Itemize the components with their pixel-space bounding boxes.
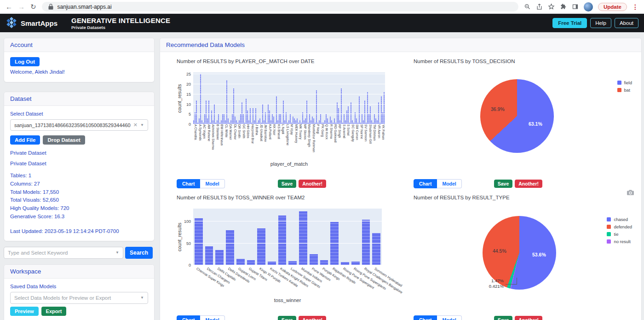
chart-toss-decision: Number of RESULTS by TOSS_DECISION 63.1%… [414,58,632,188]
dataset-select[interactable]: sanjuan_13713814866632359610500835293444… [10,119,148,131]
another-button[interactable]: Another! [299,180,326,188]
main-title: Recommended Data Models [160,38,641,52]
preview-button[interactable]: Preview [10,307,39,316]
dataset-stat: Generative Score: 16.3 [10,213,148,221]
profile-avatar[interactable] [584,2,593,12]
address-bar[interactable]: sanjuan.smart-apps.ai [42,2,518,12]
search-zoom-icon[interactable] [524,3,531,10]
x-tick-label: TM Dilshan [372,124,376,161]
x-tick-label: Harpreet Brar [250,124,254,161]
x-tick-label: CL White [224,124,228,161]
saved-data-models-label: Saved Data Models [10,284,148,289]
x-tick-label: Mustafizur Rahman [311,124,315,161]
x-tick-label: JM Bairstow [263,124,267,161]
bar [362,114,362,124]
keyword-search-input[interactable]: Type and Select Keyword ▼ [4,247,123,259]
bar [215,250,224,265]
bar [250,108,251,124]
search-button[interactable]: Search [125,247,153,259]
y-tick-label: 0 [189,122,191,127]
legend-swatch-icon [617,81,621,85]
saved-models-select[interactable]: Select Data Models for Preview or Export… [10,292,148,304]
bar [338,108,339,124]
chart-toggle-button[interactable]: Chart [177,179,200,188]
y-axis-label: count_results [177,72,183,124]
smartapps-logo-icon [6,17,17,29]
app-header: SmartApps GENERATIVE INTELLIGENCE Privat… [0,14,644,32]
another-button[interactable]: Another! [515,180,542,188]
save-button[interactable]: Save [494,316,513,320]
reload-icon[interactable]: ↻ [30,3,36,10]
share-icon[interactable] [536,3,543,10]
side-panel-icon[interactable] [572,3,579,10]
page-title: GENERATIVE INTELLIGENCE [71,17,170,24]
chevron-down-icon[interactable]: ▼ [115,250,119,255]
another-button[interactable]: Another! [515,316,542,320]
legend-swatch-icon [607,225,611,229]
export-button[interactable]: Export [41,307,67,316]
dataset-stat: Columns: 27 [10,180,148,188]
bar-chart-player-xlabels: A ChandilaA SymondsAC VogesAM RahaneAbhi… [193,124,385,161]
saved-models-placeholder: Select Data Models for Preview or Export [14,295,138,301]
bar [381,96,382,124]
bookmark-star-icon[interactable] [548,3,555,10]
help-button[interactable]: Help [590,18,611,28]
y-tick-label: 5 [189,112,191,116]
model-toggle-button[interactable]: Model [200,315,224,320]
pie-slice-label: 36.9% [491,106,505,112]
gridline [193,114,385,114]
chart-toggle-button[interactable]: Chart [177,315,200,320]
legend-item[interactable]: field [617,80,632,85]
camera-download-icon[interactable] [627,189,634,195]
bar [344,114,345,124]
bar [316,90,317,124]
private-dataset-link[interactable]: Private Dataset [10,150,148,156]
bar [293,116,293,124]
save-button[interactable]: Save [278,316,297,320]
dataset-stat: High Quality Models: 720 [10,204,148,213]
save-button[interactable]: Save [278,180,297,188]
bar [205,246,213,265]
logout-button[interactable]: Log Out [10,57,40,66]
another-button[interactable]: Another! [299,316,326,320]
bar [242,102,242,124]
x-tick-label: VR Aaron [376,124,380,161]
legend-item[interactable]: no result [607,239,632,244]
bar [299,211,307,265]
url-text: sanjuan.smart-apps.ai [58,4,112,10]
legend-item[interactable]: chased [607,217,632,222]
chevron-down-icon[interactable]: ▼ [140,296,144,300]
chart-toggle-button[interactable]: Chart [414,179,437,188]
pie-slice-label: 63.1% [529,121,542,127]
forward-icon[interactable]: → [18,3,25,10]
save-button[interactable]: Save [494,180,513,188]
chrome-update-button[interactable]: Update [598,3,627,11]
back-icon[interactable]: ← [6,3,12,10]
account-card-title: Account [4,38,154,52]
x-tick-label: KK Nair [272,124,276,161]
model-toggle-button[interactable]: Model [200,179,224,188]
legend-item[interactable]: defended [607,224,632,229]
drop-dataset-button[interactable]: Drop Dataset [43,135,85,145]
model-toggle-button[interactable]: Model [437,315,461,320]
chart-toggle-button[interactable]: Chart [414,315,437,320]
clear-icon[interactable]: ✕ [133,122,138,128]
legend-item[interactable]: tie [607,232,632,237]
dataset-stat: Tables: 1 [10,172,148,180]
add-file-button[interactable]: Add File [10,135,40,145]
model-toggle-button[interactable]: Model [437,179,461,188]
x-tick-label: KS Bharat [276,124,280,161]
gridline [193,124,385,124]
chevron-down-icon[interactable]: ▼ [140,123,144,127]
x-tick-label: DL Chahar [232,124,236,161]
free-trial-button[interactable]: Free Trial [552,18,587,28]
legend-swatch-icon [617,88,621,92]
chrome-menu-icon[interactable]: ⋮ [632,3,638,11]
x-tick-label: M Vijay [289,124,293,161]
about-button[interactable]: About [615,18,638,28]
extensions-puzzle-icon[interactable] [560,3,567,10]
private-dataset-link[interactable]: Private Dataset [10,161,148,166]
bar [269,111,270,124]
bar [330,222,339,265]
legend-item[interactable]: bat [617,87,632,93]
